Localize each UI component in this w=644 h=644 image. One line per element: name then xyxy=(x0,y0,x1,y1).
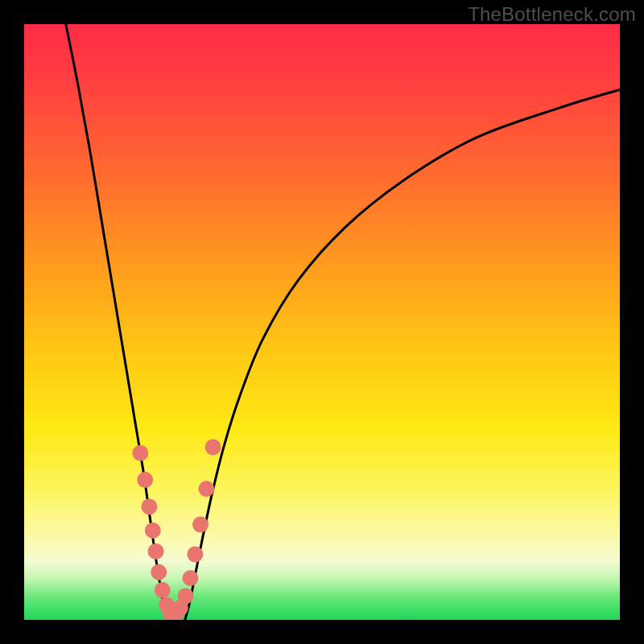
marker-point xyxy=(182,570,198,586)
marker-point xyxy=(132,445,148,461)
marker-point xyxy=(187,547,203,563)
curve-layer xyxy=(24,24,620,620)
marker-point xyxy=(148,543,164,559)
marker-point xyxy=(141,498,157,514)
chart-frame: TheBottleneck.com xyxy=(0,0,644,644)
plot-area xyxy=(24,24,620,620)
marker-point xyxy=(178,588,194,604)
marker-point xyxy=(145,522,161,539)
marker-point xyxy=(155,582,171,598)
watermark-text: TheBottleneck.com xyxy=(468,3,636,26)
marker-point xyxy=(205,439,221,455)
series-right-branch xyxy=(185,89,620,620)
curve-right-branch xyxy=(185,89,620,620)
marker-point xyxy=(198,481,214,497)
marker-point xyxy=(192,517,208,533)
marker-point xyxy=(151,564,167,580)
marker-point xyxy=(137,472,153,488)
highlighted-markers xyxy=(132,439,221,620)
